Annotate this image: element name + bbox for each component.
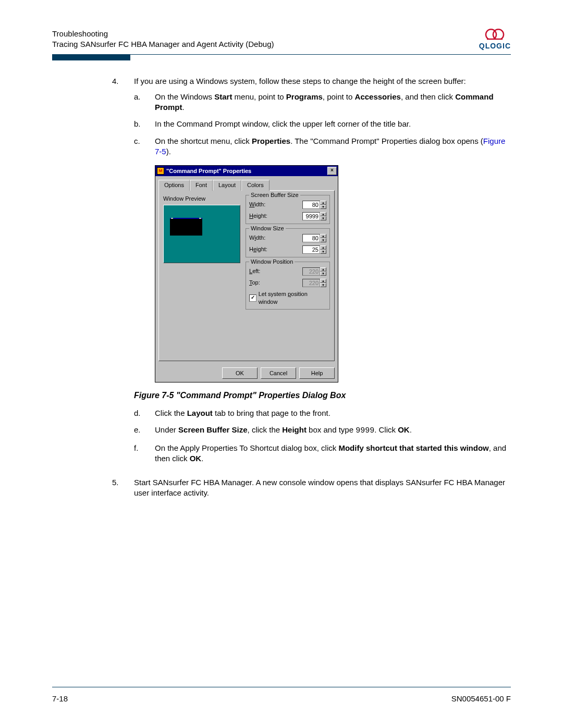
doc-id: SN0054651-00 F (451, 694, 511, 703)
dialog-title: "Command Prompt" Properties (166, 167, 251, 175)
window-height-label: Height: (249, 245, 267, 253)
header-line1: Troubleshooting (52, 29, 274, 39)
spinner-buttons[interactable]: ▲▼ (320, 245, 326, 254)
qlogic-arcs-icon (483, 28, 507, 41)
header-rule (52, 54, 511, 60)
tab-font[interactable]: Font (190, 180, 213, 191)
ok-button[interactable]: OK (222, 367, 258, 379)
spinner-buttons: ▲▼ (320, 279, 326, 287)
cmd-icon: M (157, 167, 164, 175)
step-4b: b. In the Command Prompt window, click t… (134, 119, 511, 129)
buffer-height-label: Height: (249, 212, 267, 220)
spinner-buttons[interactable]: ▲▼ (320, 234, 326, 242)
page-number: 7-18 (52, 694, 68, 703)
buffer-width-input[interactable] (302, 201, 320, 209)
help-button[interactable]: Help (299, 367, 335, 379)
window-height-input[interactable] (302, 245, 320, 254)
step-4f: f. On the Apply Properties To Shortcut d… (134, 443, 511, 464)
buffer-width-label: Width: (249, 201, 265, 208)
tab-options[interactable]: Options (158, 180, 190, 191)
let-system-position-label: Let system position window (259, 290, 326, 306)
step-4c: c. On the shortcut menu, click Propertie… (134, 136, 511, 157)
header-line2: Tracing SANsurfer FC HBA Manager and Age… (52, 39, 274, 50)
spinner-buttons[interactable]: ▲▼ (320, 201, 326, 209)
step-4: 4. If you are using a Windows system, fo… (112, 76, 511, 471)
tab-layout[interactable]: Layout (213, 180, 241, 191)
step-5: 5. Start SANsurfer FC HBA Manager. A new… (112, 477, 511, 499)
spinner-buttons: ▲▼ (320, 267, 326, 276)
window-width-input[interactable] (302, 234, 320, 242)
tab-colors[interactable]: Colors (241, 180, 270, 191)
let-system-position-checkbox[interactable]: ✓ (249, 294, 256, 302)
dialog-titlebar[interactable]: M "Command Prompt" Properties × (155, 166, 338, 176)
group-screen-buffer: Screen Buffer Size Width: ▲▼ (246, 195, 330, 224)
close-button[interactable]: × (327, 167, 337, 175)
window-preview (163, 205, 240, 263)
cancel-button[interactable]: Cancel (261, 367, 296, 379)
figure-7-5-dialog: M "Command Prompt" Properties × Options … (155, 165, 511, 382)
pos-left-label: Left: (249, 267, 260, 275)
page-header: Troubleshooting Tracing SANsurfer FC HBA… (52, 29, 511, 50)
page-footer: 7-18 SN0054651-00 F (52, 694, 511, 703)
group-window-position: Window Position Left: ▲▼ (246, 262, 330, 310)
pos-top-label: Top: (249, 279, 260, 287)
pos-top-input (302, 279, 320, 287)
pos-left-input (302, 267, 320, 276)
window-preview-label: Window Preview (163, 195, 240, 203)
header-left-text: Troubleshooting Tracing SANsurfer FC HBA… (52, 29, 274, 50)
step-4e: e. Under Screen Buffer Size, click the H… (134, 425, 511, 436)
step-4d: d. Click the Layout tab to bring that pa… (134, 408, 511, 418)
step-4a: a. On the Windows Start menu, point to P… (134, 92, 511, 113)
step4-intro: If you are using a Windows system, follo… (134, 77, 466, 85)
spinner-buttons[interactable]: ▲▼ (320, 212, 326, 220)
group-window-size: Window Size Width: ▲▼ (246, 228, 330, 257)
window-width-label: Width: (249, 234, 265, 242)
footer-rule (52, 687, 511, 687)
qlogic-logo: QLOGIC (479, 28, 511, 50)
figure-caption: Figure 7-5 "Command Prompt" Properties D… (134, 390, 511, 401)
main-content: 4. If you are using a Windows system, fo… (112, 76, 511, 499)
buffer-height-input[interactable] (302, 212, 320, 220)
qlogic-wordmark: QLOGIC (479, 42, 511, 50)
